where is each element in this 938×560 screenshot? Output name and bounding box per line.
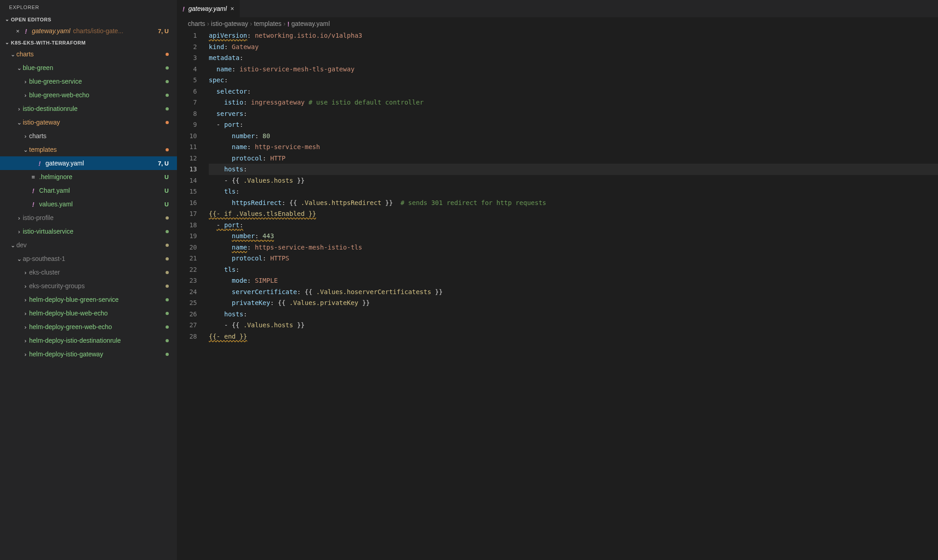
code-line[interactable]: number: 443 bbox=[209, 230, 938, 242]
code-line[interactable]: protocol: HTTP bbox=[209, 153, 938, 164]
chevron-right-icon[interactable]: › bbox=[15, 105, 23, 112]
tree-item[interactable]: ›blue-green-web-echo bbox=[0, 88, 177, 102]
yaml-warning-icon: ! bbox=[287, 20, 290, 28]
tree-item[interactable]: ›helm-deploy-green-web-echo bbox=[0, 320, 177, 334]
code-line[interactable]: serverCertificate: {{ .Values.hoserverCe… bbox=[209, 286, 938, 298]
code-line[interactable]: servers: bbox=[209, 108, 938, 120]
code-line[interactable]: - port: bbox=[209, 119, 938, 130]
chevron-down-icon: ⌄ bbox=[4, 40, 11, 45]
chevron-down-icon[interactable]: ⌄ bbox=[9, 242, 16, 249]
tree-item-label: eks-cluster bbox=[29, 269, 162, 276]
line-number: 15 bbox=[177, 186, 197, 197]
breadcrumb-part[interactable]: istio-gateway bbox=[211, 20, 248, 27]
open-editors-section[interactable]: ⌄ OPEN EDITORS bbox=[0, 15, 177, 24]
yaml-warning-icon: ! bbox=[182, 5, 185, 13]
code-line[interactable]: metadata: bbox=[209, 52, 938, 64]
code-line[interactable]: - {{ .Values.hosts }} bbox=[209, 175, 938, 186]
tab-gateway[interactable]: ! gateway.yaml × bbox=[177, 0, 240, 17]
tree-item[interactable]: ›helm-deploy-blue-web-echo bbox=[0, 306, 177, 320]
code-line[interactable]: spec: bbox=[209, 75, 938, 86]
tree-item[interactable]: ≡.helmignoreU bbox=[0, 170, 177, 184]
code-line[interactable]: {{- end }} bbox=[209, 331, 938, 342]
breadcrumb-part[interactable]: templates bbox=[254, 20, 282, 27]
line-number: 7 bbox=[177, 97, 197, 108]
code-line[interactable]: apiVersion: networking.istio.io/v1alpha3 bbox=[209, 30, 938, 41]
code-line[interactable]: privateKey: {{ .Values.privateKey }} bbox=[209, 297, 938, 309]
chevron-down-icon[interactable]: ⌄ bbox=[22, 146, 29, 153]
code-line[interactable]: istio: ingressgateway # use istio defaul… bbox=[209, 97, 938, 108]
status-dot-icon bbox=[166, 244, 169, 247]
chevron-down-icon[interactable]: ⌄ bbox=[9, 51, 16, 58]
code-line[interactable]: name: istio-service-mesh-tls-gateway bbox=[209, 64, 938, 75]
tree-item-label: helm-deploy-istio-gateway bbox=[29, 350, 162, 358]
code-editor[interactable]: 1234567891011121314151617181920212223242… bbox=[177, 30, 938, 560]
tree-item[interactable]: ›helm-deploy-istio-gateway bbox=[0, 347, 177, 361]
code-line[interactable]: - port: bbox=[209, 220, 938, 231]
breadcrumb-file[interactable]: gateway.yaml bbox=[292, 20, 330, 27]
chevron-right-icon[interactable]: › bbox=[22, 78, 29, 85]
code-line[interactable]: mode: SIMPLE bbox=[209, 275, 938, 286]
code-line[interactable]: name: https-service-mesh-istio-tls bbox=[209, 242, 938, 253]
code-line[interactable]: hosts: bbox=[209, 309, 938, 320]
tree-item[interactable]: ›istio-virtualservice bbox=[0, 225, 177, 238]
chevron-down-icon[interactable]: ⌄ bbox=[15, 119, 23, 126]
open-editor-item[interactable]: × ! gateway.yaml charts/istio-gate... 7,… bbox=[0, 24, 177, 38]
code-line[interactable]: tls: bbox=[209, 264, 938, 275]
code-line[interactable]: tls: bbox=[209, 186, 938, 197]
code-line[interactable]: {{- if .Values.tlsEnabled }} bbox=[209, 208, 938, 220]
code-line[interactable]: - {{ .Values.hosts }} bbox=[209, 320, 938, 331]
chevron-right-icon[interactable]: › bbox=[22, 283, 29, 290]
code-line[interactable]: protocol: HTTPS bbox=[209, 253, 938, 264]
tree-item[interactable]: !Chart.yamlU bbox=[0, 184, 177, 197]
chevron-right-icon[interactable]: › bbox=[22, 92, 29, 99]
chevron-down-icon[interactable]: ⌄ bbox=[15, 255, 23, 262]
chevron-right-icon[interactable]: › bbox=[15, 215, 23, 221]
chevron-right-icon[interactable]: › bbox=[22, 296, 29, 303]
breadcrumb-part[interactable]: charts bbox=[188, 20, 205, 27]
tree-item[interactable]: ›helm-deploy-istio-destinationrule bbox=[0, 334, 177, 347]
chevron-right-icon[interactable]: › bbox=[22, 269, 29, 276]
line-number: 13 bbox=[177, 164, 197, 175]
tree-item-label: istio-destinationrule bbox=[23, 105, 162, 112]
code-line[interactable]: name: http-service-mesh bbox=[209, 141, 938, 153]
code-line[interactable]: number: 80 bbox=[209, 130, 938, 142]
tree-item[interactable]: ⌄istio-gateway bbox=[0, 115, 177, 129]
tree-item[interactable]: ›istio-profile bbox=[0, 211, 177, 225]
yaml-warning-icon: ! bbox=[29, 200, 37, 208]
chevron-right-icon[interactable]: › bbox=[22, 324, 29, 330]
tree-item[interactable]: ⌄dev bbox=[0, 238, 177, 252]
chevron-right-icon[interactable]: › bbox=[15, 228, 23, 235]
chevron-right-icon: › bbox=[283, 20, 286, 27]
close-icon[interactable]: × bbox=[14, 28, 22, 35]
code-line[interactable]: httpsRedirect: {{ .Values.httpsRedirect … bbox=[209, 197, 938, 209]
tree-item-label: Chart.yaml bbox=[39, 187, 161, 194]
tree-item[interactable]: ›eks-cluster bbox=[0, 265, 177, 279]
close-icon[interactable]: × bbox=[231, 5, 234, 12]
tree-item[interactable]: ⌄blue-green bbox=[0, 61, 177, 75]
chevron-right-icon[interactable]: › bbox=[22, 133, 29, 140]
tree-item[interactable]: !values.yamlU bbox=[0, 197, 177, 211]
tree-item[interactable]: ›helm-deploy-blue-green-service bbox=[0, 293, 177, 306]
tree-item[interactable]: ›istio-destinationrule bbox=[0, 102, 177, 115]
chevron-down-icon[interactable]: ⌄ bbox=[15, 65, 23, 71]
tree-item[interactable]: !gateway.yaml7, U bbox=[0, 156, 177, 170]
tree-item[interactable]: ⌄templates bbox=[0, 143, 177, 156]
line-number: 4 bbox=[177, 64, 197, 75]
code-line[interactable]: hosts: bbox=[209, 164, 938, 175]
tree-item[interactable]: ›charts bbox=[0, 129, 177, 143]
git-status: U bbox=[165, 174, 169, 180]
tree-item-label: values.yaml bbox=[39, 200, 161, 208]
tree-item[interactable]: ⌄ap-southeast-1 bbox=[0, 252, 177, 265]
tree-item[interactable]: ›eks-security-groups bbox=[0, 279, 177, 293]
tree-item[interactable]: ⌄charts bbox=[0, 47, 177, 61]
breadcrumb[interactable]: charts › istio-gateway › templates › ! g… bbox=[177, 17, 938, 30]
chevron-right-icon[interactable]: › bbox=[22, 351, 29, 358]
tree-item[interactable]: ›blue-green-service bbox=[0, 75, 177, 88]
code-line[interactable]: kind: Gateway bbox=[209, 41, 938, 53]
code-line[interactable]: selector: bbox=[209, 86, 938, 97]
chevron-right-icon[interactable]: › bbox=[22, 310, 29, 317]
chevron-right-icon[interactable]: › bbox=[22, 337, 29, 344]
code-content[interactable]: apiVersion: networking.istio.io/v1alpha3… bbox=[209, 30, 938, 560]
line-number: 6 bbox=[177, 86, 197, 97]
workspace-section[interactable]: ⌄ K8S-EKS-WITH-TERRAFORM bbox=[0, 38, 177, 47]
